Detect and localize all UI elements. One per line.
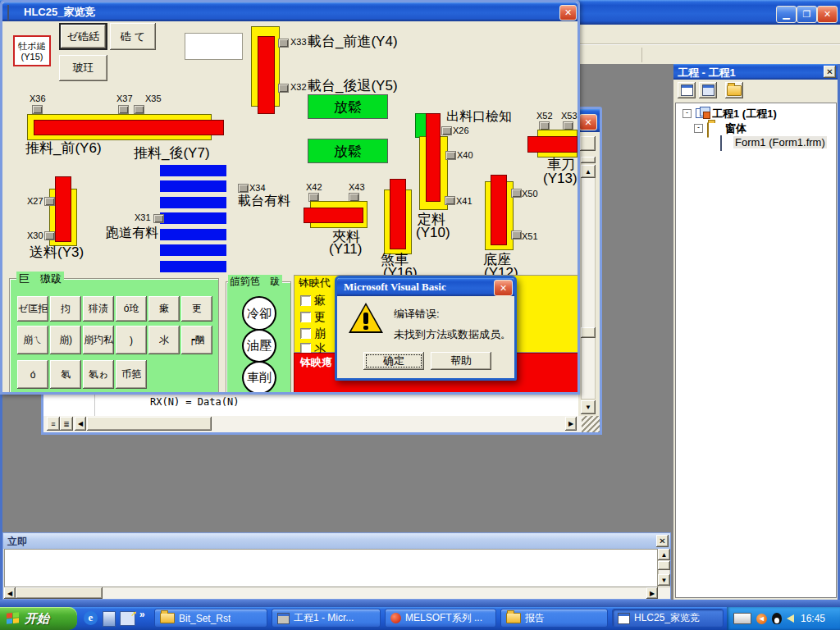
code-hscroll-row: ≡ ≣ ◀ ▶ — [43, 416, 600, 432]
sensor-x42-label: X42 — [306, 182, 322, 192]
label-fix2: (Y10) — [416, 226, 450, 240]
manual-button-r2c4[interactable]: ) — [116, 326, 147, 354]
scroll-down-icon[interactable]: ▼ — [581, 400, 596, 414]
full-module-view-button[interactable]: ≡ — [47, 417, 60, 431]
manual-button-r2c1[interactable]: 崩ㄟ — [17, 326, 48, 354]
ide-close-button[interactable]: ✕ — [817, 6, 838, 23]
media-tray-icon[interactable]: ◄ — [756, 614, 767, 624]
top-button-3[interactable]: 玻玨 — [59, 55, 107, 81]
tree-node-form1[interactable]: Form1 (Form1.frm) — [733, 136, 827, 148]
help-button[interactable]: 帮助 — [431, 352, 491, 370]
turning-button[interactable]: 車削 — [242, 361, 276, 395]
sensor-x31-square — [153, 214, 164, 223]
manual-button-r1c3[interactable]: 猅渍 — [83, 296, 114, 322]
scroll-right-icon[interactable]: ▶ — [646, 587, 658, 599]
top-button-2[interactable]: 硞 て — [110, 23, 156, 50]
quick-launch-mail-icon[interactable]: ➚ — [120, 611, 135, 626]
quick-launch-chevron-icon[interactable]: » — [139, 609, 145, 620]
sensor-x51-square — [511, 231, 522, 240]
dialog-close-icon[interactable]: ✕ — [494, 280, 513, 296]
form-title: HLC25_家览竞 — [24, 5, 95, 20]
taskbar-item-hlc25[interactable]: HLC25_家览竞 — [612, 609, 724, 628]
ide-bottom-border — [0, 600, 840, 607]
manual-button-r1c1[interactable]: ゼ匡拒 — [17, 296, 48, 322]
toggle-folders-button[interactable] — [725, 82, 743, 98]
manual-button-r1c4[interactable]: ó玱 — [116, 296, 147, 322]
tree-node-project[interactable]: 工程1 (工程1) — [712, 107, 777, 121]
view-object-button[interactable] — [699, 82, 717, 98]
melsoft-icon — [390, 613, 401, 623]
label-y6: 推料_前(Y6) — [25, 141, 102, 156]
folder-icon — [160, 613, 175, 623]
sensor-x27-label: X27 — [27, 196, 43, 206]
dialog-title: Microsoft Visual Basic — [344, 281, 446, 294]
manual-button-r2c2[interactable]: 崩) — [50, 326, 81, 354]
immediate-content[interactable] — [4, 549, 658, 587]
scroll-up-icon[interactable]: ▲ — [581, 165, 596, 178]
quick-launch-icon[interactable] — [103, 611, 116, 627]
form-close-icon[interactable]: ✕ — [559, 5, 577, 21]
scroll-down-icon[interactable]: ▼ — [658, 574, 670, 586]
taskbar-item-melsoft[interactable]: MELSOFT系列 ... — [385, 609, 496, 628]
folder-icon — [506, 613, 521, 623]
mode-check-label-2: 更 — [314, 310, 326, 325]
sensor-x27-square — [44, 197, 55, 206]
tree-collapse-icon[interactable]: - — [682, 109, 692, 118]
project-panel-close-icon[interactable]: ✕ — [824, 66, 836, 78]
immediate-close-icon[interactable]: ✕ — [656, 535, 669, 547]
internet-explorer-icon[interactable]: e — [84, 611, 98, 625]
manual-button-r2c5[interactable]: 氺 — [148, 326, 180, 354]
vscroll-thumb[interactable] — [658, 561, 670, 570]
mode-checkbox-1[interactable] — [300, 295, 311, 306]
vscroll-thumb[interactable] — [581, 327, 596, 338]
hscroll-thumb[interactable] — [16, 587, 103, 599]
scroll-left-icon[interactable]: ◀ — [4, 587, 16, 599]
start-button[interactable]: 开始 — [0, 607, 77, 630]
ide-maximize-button[interactable]: ❐ — [797, 6, 817, 23]
taskbar-item-report[interactable]: 报告 — [500, 609, 608, 628]
feed-actuator-rod — [55, 176, 71, 242]
top-button-1[interactable]: ゼ硞絬 — [59, 23, 107, 50]
tree-node-folder[interactable]: 窗体 — [725, 121, 746, 136]
code-window-close-icon[interactable]: ✕ — [579, 114, 597, 130]
manual-button-r3c4[interactable]: 币筢 — [116, 360, 147, 389]
manual-button-r3c3[interactable]: 氡ゎ — [83, 360, 114, 389]
sensor-x30-label: X30 — [27, 231, 43, 240]
sensor-x52-label: X52 — [536, 111, 553, 121]
sensor-x36-label: X36 — [30, 94, 46, 103]
manual-button-r1c6[interactable]: 更 — [181, 296, 212, 322]
scroll-right-icon[interactable]: ▶ — [565, 417, 577, 431]
view-code-button[interactable] — [678, 82, 696, 98]
hydraulic-button[interactable]: 油壓 — [242, 329, 276, 363]
taskbar-item-vb-project[interactable]: 工程1 - Micr... — [272, 609, 381, 628]
manual-button-r1c5[interactable]: 瘶 — [148, 296, 180, 322]
manual-button-r3c1[interactable]: ó — [17, 360, 48, 389]
ide-minimize-button[interactable]: ▁ — [776, 6, 797, 23]
procedure-view-button[interactable]: ≣ — [60, 417, 73, 431]
taskbar: 开始 e ➚ » Bit_Set_Rst 工程1 - Micr... MELSO… — [0, 607, 840, 630]
manual-button-r1c2[interactable]: 抣 — [50, 296, 81, 322]
splitter-handle[interactable] — [581, 157, 596, 163]
scroll-up-icon[interactable]: ▲ — [658, 549, 670, 560]
taskbar-item-bit-set-rst[interactable]: Bit_Set_Rst — [154, 609, 267, 628]
dialog-error-line1: 编译错误: — [394, 307, 440, 322]
manual-button-r3c2[interactable]: 氡 — [50, 360, 81, 389]
mode-checkbox-3[interactable] — [300, 328, 311, 339]
manual-button-r2c6[interactable]: ┍酗 — [181, 326, 212, 354]
manual-button-r2c3[interactable]: 崩玓私 — [83, 326, 114, 354]
code-window-restore-button[interactable] — [580, 136, 596, 151]
hscroll-thumb[interactable] — [87, 417, 212, 431]
sensor-x50-square — [511, 189, 522, 198]
scroll-left-icon[interactable]: ◀ — [75, 417, 86, 431]
tree-collapse-icon[interactable]: - — [694, 124, 703, 133]
volume-tray-icon[interactable] — [787, 614, 794, 623]
ok-button[interactable]: 确定 — [363, 352, 424, 370]
cooling-button[interactable]: 冷卻 — [242, 296, 276, 331]
keyboard-tray-icon[interactable] — [733, 613, 751, 624]
sensor-x34-square — [238, 184, 249, 193]
code-line: RX(N) = Data(N) — [150, 396, 239, 408]
resize-grip[interactable] — [582, 416, 600, 432]
motor-panel-title: 皚箌笆 跋 — [228, 275, 282, 289]
mode-checkbox-2[interactable] — [300, 312, 311, 322]
qq-penguin-tray-icon[interactable] — [772, 613, 782, 624]
